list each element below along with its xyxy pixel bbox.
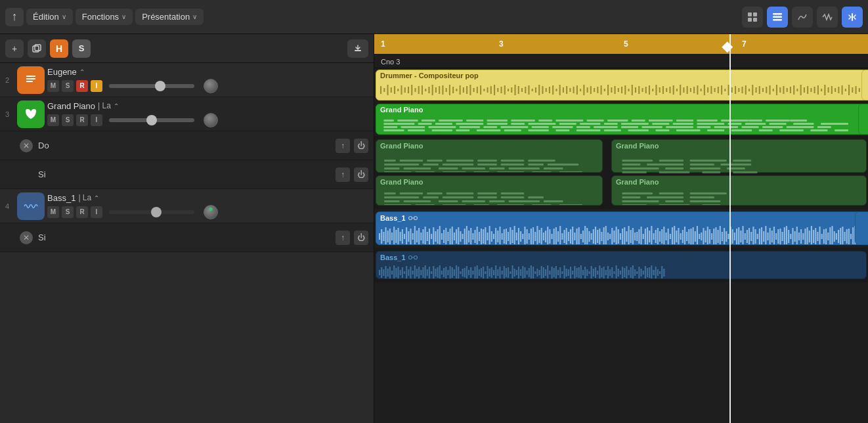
split-button[interactable] [842, 7, 863, 28]
svg-rect-177 [528, 123, 555, 125]
svg-rect-220 [787, 126, 814, 128]
svg-rect-364 [487, 233, 488, 240]
svg-rect-179 [555, 129, 569, 131]
grand-piano-sub-tr[interactable]: Grand Piano [611, 139, 867, 173]
svg-rect-617 [522, 266, 523, 279]
svg-rect-589 [464, 268, 466, 277]
svg-rect-336 [429, 229, 430, 244]
svg-rect-451 [668, 229, 669, 244]
track-detail-grand-piano: | La [98, 101, 111, 110]
playhead[interactable] [729, 34, 731, 423]
svg-rect-148 [852, 87, 853, 93]
svg-rect-189 [604, 123, 618, 125]
grand-piano-overflow[interactable] [858, 104, 868, 135]
track-controls-bar: + H S [0, 34, 374, 63]
grand-piano-sub-tl[interactable]: Grand Piano [376, 139, 603, 173]
list-view-button[interactable] [767, 7, 788, 28]
add-track-button[interactable]: + [5, 39, 24, 58]
bass-main-overflow[interactable] [855, 212, 868, 245]
svg-rect-366 [491, 231, 492, 242]
volume-slider-gp[interactable] [109, 118, 194, 122]
solo-button-gp[interactable]: S [62, 114, 74, 126]
drummer-region-main[interactable]: Drummer - Compositeur pop [376, 70, 867, 100]
svg-rect-588 [462, 269, 464, 277]
curve-button[interactable] [792, 7, 813, 28]
svg-rect-435 [634, 233, 636, 240]
lane-drummer: Drummer - Compositeur pop [374, 68, 868, 102]
svg-rect-277 [423, 196, 439, 198]
fonctions-menu[interactable]: Fonctions ∨ [76, 9, 133, 25]
grand-piano-sub-br[interactable]: Grand Piano [611, 175, 867, 206]
volume-slider-eugene[interactable] [109, 84, 194, 88]
record-button-eugene[interactable]: R [76, 80, 88, 92]
svg-rect-278 [400, 192, 423, 194]
do-up-button[interactable]: ↑ [336, 139, 350, 153]
svg-rect-416 [595, 227, 596, 245]
svg-rect-419 [601, 232, 602, 241]
bass-main-region[interactable]: Bass_1 [376, 212, 867, 245]
sub-name-si-3: Si [38, 169, 336, 179]
mute-button-eugene[interactable]: M [47, 80, 59, 92]
svg-rect-390 [541, 228, 542, 245]
svg-rect-340 [437, 229, 439, 244]
pan-knob-bass[interactable] [204, 205, 218, 219]
svg-rect-276 [404, 200, 431, 202]
drummer-region-overflow[interactable] [861, 70, 868, 100]
input-button-eugene[interactable]: I [91, 80, 102, 92]
svg-rect-145 [842, 85, 843, 95]
si3-power-button[interactable]: ⏻ [354, 167, 368, 182]
svg-rect-386 [532, 227, 534, 245]
svg-rect-178 [511, 120, 535, 122]
bass-sub-region[interactable]: Bass_1 [376, 251, 867, 279]
svg-rect-27 [435, 87, 437, 93]
mute-button-gp[interactable]: M [47, 114, 59, 126]
svg-rect-637 [563, 265, 565, 279]
svg-rect-300 [622, 192, 653, 194]
svg-rect-440 [645, 229, 646, 244]
back-button[interactable]: ↑ [5, 8, 24, 26]
track-row-eugene: 2 Eugene ⌃ M S R I [0, 63, 374, 97]
svg-rect-464 [695, 231, 696, 242]
svg-rect-397 [555, 227, 557, 245]
close-si4-button[interactable]: ✕ [20, 231, 33, 244]
svg-rect-484 [736, 229, 737, 244]
svg-rect-198 [632, 120, 645, 122]
svg-rect-466 [699, 234, 700, 239]
svg-rect-652 [595, 267, 596, 278]
grand-piano-main-region[interactable]: Grand Piano [376, 104, 867, 135]
si4-up-button[interactable]: ↑ [336, 231, 350, 245]
cno-label: Cno 3 [374, 55, 406, 68]
edition-menu[interactable]: Édition ∨ [26, 9, 73, 25]
do-power-button[interactable]: ⏻ [354, 139, 368, 153]
volume-slider-bass[interactable] [109, 210, 194, 214]
import-button[interactable] [347, 39, 368, 58]
duplicate-track-button[interactable] [28, 39, 46, 58]
grid-view-button[interactable] [742, 7, 763, 28]
h-button[interactable]: H [50, 39, 68, 58]
svg-rect-24 [425, 89, 426, 91]
presentation-menu[interactable]: Présentation ∨ [135, 9, 204, 25]
solo-button-bass[interactable]: S [62, 206, 74, 218]
svg-rect-260 [665, 167, 684, 169]
wave-button[interactable] [817, 7, 838, 28]
grand-piano-sub-bl[interactable]: Grand Piano [376, 175, 603, 206]
si4-power-button[interactable]: ⏻ [354, 231, 368, 245]
pan-knob-eugene[interactable] [204, 79, 218, 93]
svg-rect-152 [383, 126, 397, 128]
pan-knob-gp[interactable] [204, 113, 218, 127]
close-do-button[interactable]: ✕ [20, 139, 33, 152]
svg-rect-444 [653, 233, 654, 240]
svg-rect-171 [504, 129, 521, 131]
si3-up-button[interactable]: ↑ [336, 167, 350, 182]
input-button-bass[interactable]: I [91, 206, 102, 218]
solo-button-eugene[interactable]: S [62, 80, 74, 92]
s-button[interactable]: S [72, 39, 91, 58]
record-button-gp[interactable]: R [76, 114, 88, 126]
svg-rect-221 [793, 123, 814, 125]
record-button-bass[interactable]: R [76, 206, 88, 218]
svg-rect-138 [817, 85, 819, 95]
mute-button-bass[interactable]: M [47, 206, 59, 218]
timeline-ruler[interactable]: 1 3 5 7 [374, 34, 868, 54]
input-button-gp[interactable]: I [91, 114, 102, 126]
svg-rect-111 [724, 89, 726, 91]
